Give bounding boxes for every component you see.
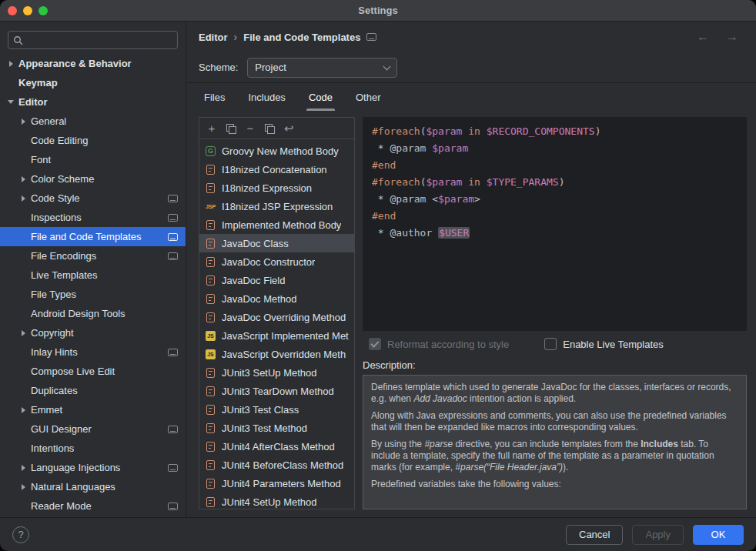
reformat-option[interactable]: Reformat according to style — [369, 338, 509, 350]
search-input[interactable] — [27, 35, 172, 46]
template-item-i18nized-expression[interactable]: I18nized Expression — [199, 179, 354, 197]
duplicate-template-icon[interactable] — [265, 124, 274, 133]
reset-template-icon[interactable]: ↩ — [284, 122, 294, 134]
tab-includes[interactable]: Includes — [238, 83, 295, 111]
sidebar-item-language-injections[interactable]: Language Injections — [0, 458, 186, 477]
chevron-right-icon[interactable] — [22, 484, 25, 490]
sidebar-item-live-templates[interactable]: Live Templates — [0, 265, 186, 285]
template-item-label: I18nized JSP Expression — [222, 201, 333, 212]
sidebar-item-reader-mode[interactable]: Reader Mode — [0, 496, 186, 516]
sidebar-item-font[interactable]: Font — [0, 150, 186, 169]
chevron-down-icon[interactable] — [8, 100, 14, 104]
sidebar-item-label: Font — [31, 154, 51, 165]
cancel-button[interactable]: Cancel — [566, 525, 623, 545]
reformat-label: Reformat according to style — [387, 339, 509, 350]
chevron-right-icon[interactable] — [22, 465, 25, 471]
sidebar-item-inspections[interactable]: Inspections — [0, 208, 186, 227]
template-item-javadoc-constructor[interactable]: JavaDoc Constructor — [199, 252, 354, 271]
breadcrumb: Editor › File and Code Templates ← → — [186, 22, 756, 52]
template-item-javadoc-overriding-method[interactable]: JavaDoc Overriding Method — [199, 308, 354, 326]
scheme-row: Scheme: Project — [186, 52, 756, 83]
minimize-window-button[interactable] — [23, 6, 32, 15]
help-button[interactable]: ? — [12, 526, 29, 543]
template-item-i18nized-concatenation[interactable]: I18nized Concatenation — [199, 160, 354, 179]
template-item-i18nized-jsp-expression[interactable]: JSPI18nized JSP Expression — [199, 197, 354, 215]
add-template-icon[interactable]: + — [207, 122, 216, 134]
template-item-javascript-implemented-met[interactable]: JSJavaScript Implemented Met — [199, 326, 354, 345]
sidebar-item-file-encodings[interactable]: File Encodings — [0, 246, 186, 265]
template-item-junit3-teardown-method[interactable]: JUnit3 TearDown Method — [199, 382, 354, 400]
forward-arrow-icon[interactable]: → — [721, 30, 744, 44]
template-item-javadoc-field[interactable]: JavaDoc Field — [199, 271, 354, 289]
reformat-checkbox[interactable] — [369, 338, 381, 350]
sidebar-item-android-design-tools[interactable]: Android Design Tools — [0, 304, 186, 323]
sidebar-item-file-types[interactable]: File Types — [0, 285, 186, 304]
template-item-junit3-setup-method[interactable]: JUnit3 SetUp Method — [199, 363, 354, 382]
apply-button[interactable]: Apply — [632, 525, 684, 545]
sidebar-item-color-scheme[interactable]: Color Scheme — [0, 169, 186, 189]
settings-window: Settings Appearance & BehaviorKeymapEdit… — [0, 0, 756, 551]
monitor-icon — [366, 33, 376, 41]
back-arrow-icon[interactable]: ← — [691, 30, 714, 44]
sidebar-item-compose-live-edit[interactable]: Compose Live Edit — [0, 362, 186, 381]
sidebar-item-label: File Types — [31, 289, 76, 300]
scheme-select[interactable]: Project — [247, 58, 397, 78]
ok-button[interactable]: OK — [693, 525, 744, 545]
sidebar-item-emmet[interactable]: Emmet — [0, 400, 186, 419]
template-item-javascript-overridden-meth[interactable]: JSJavaScript Overridden Meth — [199, 345, 354, 363]
close-window-button[interactable] — [8, 6, 17, 15]
sidebar-item-intentions[interactable]: Intentions — [0, 439, 186, 458]
chevron-right-icon[interactable] — [22, 330, 25, 336]
remove-template-icon[interactable]: − — [246, 122, 255, 134]
sidebar-item-gui-designer[interactable]: GUI Designer — [0, 419, 186, 439]
template-item-javadoc-class[interactable]: JavaDoc Class — [199, 234, 354, 252]
sidebar-item-general[interactable]: General — [0, 112, 186, 131]
tab-other[interactable]: Other — [346, 83, 391, 111]
template-item-junit3-test-method[interactable]: JUnit3 Test Method — [199, 419, 354, 437]
chevron-right-icon[interactable] — [9, 61, 13, 67]
chevron-right-icon[interactable] — [22, 407, 25, 413]
template-item-junit3-test-class[interactable]: JUnit3 Test Class — [199, 400, 354, 419]
sidebar-item-editor[interactable]: Editor — [0, 92, 186, 112]
template-file-icon — [205, 219, 216, 230]
sidebar-item-inlay-hints[interactable]: Inlay Hints — [0, 342, 186, 362]
template-item-groovy-new-method-body[interactable]: GGroovy New Method Body — [199, 142, 354, 160]
template-file-icon — [205, 478, 216, 489]
sidebar-item-keymap[interactable]: Keymap — [0, 73, 186, 92]
template-item-label: JavaScript Implemented Met — [222, 330, 349, 342]
template-item-label: Groovy New Method Body — [222, 145, 339, 157]
monitor-icon — [168, 503, 178, 510]
copy-template-icon[interactable] — [226, 124, 236, 133]
chevron-right-icon[interactable] — [22, 119, 25, 125]
live-templates-checkbox[interactable] — [544, 338, 557, 350]
live-templates-option[interactable]: Enable Live Templates — [544, 338, 664, 350]
chevron-right-icon[interactable] — [22, 176, 25, 182]
zoom-window-button[interactable] — [38, 6, 48, 15]
template-item-label: JavaDoc Method — [222, 293, 297, 305]
list-toolbar: +−↩ — [199, 118, 354, 139]
template-item-javadoc-method[interactable]: JavaDoc Method — [199, 289, 354, 308]
sidebar-item-natural-languages[interactable]: Natural Languages — [0, 477, 186, 496]
breadcrumb-editor[interactable]: Editor — [199, 32, 228, 43]
tab-code[interactable]: Code — [299, 83, 343, 111]
template-item-implemented-method-body[interactable]: Implemented Method Body — [199, 215, 354, 234]
template-editor[interactable]: #foreach($param in $RECORD_COMPONENTS) *… — [363, 117, 747, 331]
sidebar-item-label: Emmet — [31, 404, 62, 416]
template-list-panel: +−↩ GGroovy New Method BodyI18nized Conc… — [199, 117, 355, 509]
sidebar-item-file-and-code-templates[interactable]: File and Code Templates — [0, 227, 186, 246]
tab-files[interactable]: Files — [194, 83, 235, 111]
template-item-junit4-setup-method[interactable]: JUnit4 SetUp Method — [199, 493, 354, 509]
sidebar-item-duplicates[interactable]: Duplicates — [0, 381, 186, 400]
sidebar-item-appearance-behavior[interactable]: Appearance & Behavior — [0, 54, 186, 73]
sidebar-item-code-style[interactable]: Code Style — [0, 189, 186, 208]
search-box[interactable] — [8, 31, 178, 49]
monitor-icon — [168, 426, 178, 433]
sidebar-item-code-editing[interactable]: Code Editing — [0, 131, 186, 150]
template-item-junit4-parameters-method[interactable]: JUnit4 Parameters Method — [199, 474, 354, 493]
description-body[interactable]: Defines template which used to generate … — [363, 375, 747, 509]
template-item-junit4-beforeclass-method[interactable]: JUnit4 BeforeClass Method — [199, 456, 354, 474]
chevron-right-icon[interactable] — [22, 195, 25, 202]
sidebar-item-copyright[interactable]: Copyright — [0, 323, 186, 342]
template-item-junit4-afterclass-method[interactable]: JUnit4 AfterClass Method — [199, 437, 354, 456]
monitor-icon — [168, 349, 178, 356]
